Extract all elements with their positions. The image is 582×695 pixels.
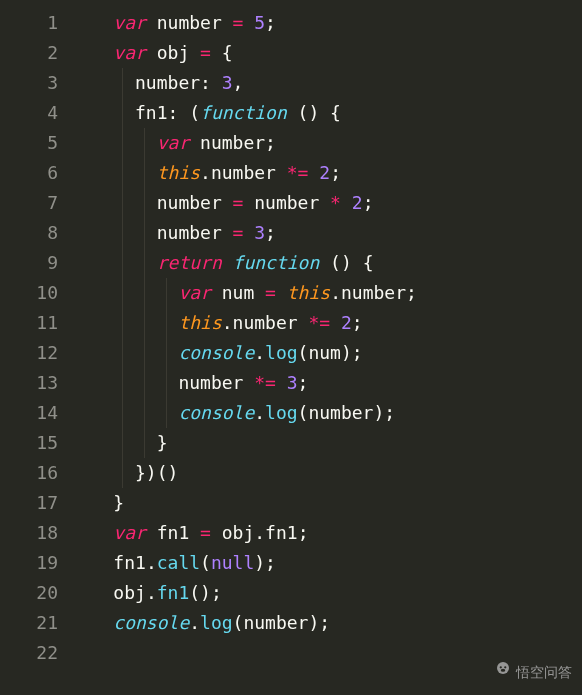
code-text: this.number *= 2; — [70, 312, 363, 333]
indent-guide — [122, 308, 123, 338]
indent-guide — [166, 278, 167, 308]
code-text: obj.fn1(); — [70, 582, 222, 603]
line-number: 4 — [0, 98, 58, 128]
code-line[interactable]: number: 3, — [70, 68, 582, 98]
code-text: return function () { — [70, 252, 373, 273]
indent-guide — [122, 368, 123, 398]
indent-guide — [166, 398, 167, 428]
code-text: this.number *= 2; — [70, 162, 341, 183]
code-line[interactable]: this.number *= 2; — [70, 158, 582, 188]
line-number: 19 — [0, 548, 58, 578]
code-line[interactable]: number = number * 2; — [70, 188, 582, 218]
indent-guide — [122, 68, 123, 98]
line-number: 10 — [0, 278, 58, 308]
code-line[interactable]: } — [70, 428, 582, 458]
code-text: number = number * 2; — [70, 192, 373, 213]
code-editor[interactable]: 12345678910111213141516171819202122 var … — [0, 0, 582, 695]
code-line[interactable]: number *= 3; — [70, 368, 582, 398]
code-text: })() — [70, 462, 178, 483]
indent-guide — [122, 188, 123, 218]
line-number: 14 — [0, 398, 58, 428]
indent-guide — [166, 368, 167, 398]
code-line[interactable]: number = 3; — [70, 218, 582, 248]
line-number: 9 — [0, 248, 58, 278]
indent-guide — [144, 248, 145, 278]
indent-guide — [144, 278, 145, 308]
code-text: } — [70, 432, 168, 453]
line-number: 7 — [0, 188, 58, 218]
code-line[interactable]: var obj = { — [70, 38, 582, 68]
indent-guide — [122, 248, 123, 278]
code-text: console.log(num); — [70, 342, 363, 363]
svg-point-0 — [497, 662, 509, 674]
indent-guide — [122, 128, 123, 158]
line-number: 15 — [0, 428, 58, 458]
indent-guide — [144, 308, 145, 338]
svg-point-2 — [504, 666, 506, 668]
code-text: fn1: (function () { — [70, 102, 341, 123]
code-text: number *= 3; — [70, 372, 308, 393]
indent-guide — [144, 368, 145, 398]
indent-guide — [122, 398, 123, 428]
line-number-gutter: 12345678910111213141516171819202122 — [0, 0, 70, 695]
line-number: 13 — [0, 368, 58, 398]
code-line[interactable]: var number = 5; — [70, 8, 582, 38]
line-number: 18 — [0, 518, 58, 548]
line-number: 21 — [0, 608, 58, 638]
indent-guide — [166, 338, 167, 368]
indent-guide — [144, 188, 145, 218]
code-text: number = 3; — [70, 222, 276, 243]
code-line[interactable]: console.log(number); — [70, 398, 582, 428]
monkey-icon — [494, 657, 512, 687]
line-number: 20 — [0, 578, 58, 608]
line-number: 6 — [0, 158, 58, 188]
line-number: 3 — [0, 68, 58, 98]
indent-guide — [144, 338, 145, 368]
line-number: 1 — [0, 8, 58, 38]
code-line[interactable]: var num = this.number; — [70, 278, 582, 308]
indent-guide — [144, 428, 145, 458]
code-text: number: 3, — [70, 72, 243, 93]
code-line[interactable]: console.log(number); — [70, 608, 582, 638]
code-text: } — [70, 492, 124, 513]
code-line[interactable]: obj.fn1(); — [70, 578, 582, 608]
code-line[interactable]: } — [70, 488, 582, 518]
code-text: var number = 5; — [70, 12, 276, 33]
code-line[interactable]: })() — [70, 458, 582, 488]
svg-point-1 — [500, 666, 502, 668]
code-line[interactable]: var number; — [70, 128, 582, 158]
code-text: fn1.call(null); — [70, 552, 276, 573]
indent-guide — [144, 128, 145, 158]
code-area[interactable]: var number = 5; var obj = { number: 3, f… — [70, 0, 582, 695]
indent-guide — [166, 308, 167, 338]
watermark-text: 悟空问答 — [516, 657, 572, 687]
indent-guide — [122, 278, 123, 308]
watermark: 悟空问答 — [494, 657, 572, 687]
line-number: 5 — [0, 128, 58, 158]
code-line[interactable]: fn1: (function () { — [70, 98, 582, 128]
line-number: 16 — [0, 458, 58, 488]
line-number: 22 — [0, 638, 58, 668]
code-line[interactable]: console.log(num); — [70, 338, 582, 368]
code-text: var obj = { — [70, 42, 233, 63]
indent-guide — [144, 158, 145, 188]
code-text — [70, 642, 113, 663]
indent-guide — [122, 428, 123, 458]
indent-guide — [122, 218, 123, 248]
indent-guide — [122, 98, 123, 128]
line-number: 2 — [0, 38, 58, 68]
line-number: 11 — [0, 308, 58, 338]
indent-guide — [122, 158, 123, 188]
code-text: console.log(number); — [70, 402, 395, 423]
code-line[interactable]: this.number *= 2; — [70, 308, 582, 338]
svg-point-3 — [501, 669, 506, 672]
line-number: 12 — [0, 338, 58, 368]
code-text: var number; — [70, 132, 276, 153]
code-line[interactable]: fn1.call(null); — [70, 548, 582, 578]
code-line[interactable]: return function () { — [70, 248, 582, 278]
indent-guide — [122, 338, 123, 368]
indent-guide — [122, 458, 123, 488]
code-text: var fn1 = obj.fn1; — [70, 522, 308, 543]
code-line[interactable]: var fn1 = obj.fn1; — [70, 518, 582, 548]
indent-guide — [144, 218, 145, 248]
